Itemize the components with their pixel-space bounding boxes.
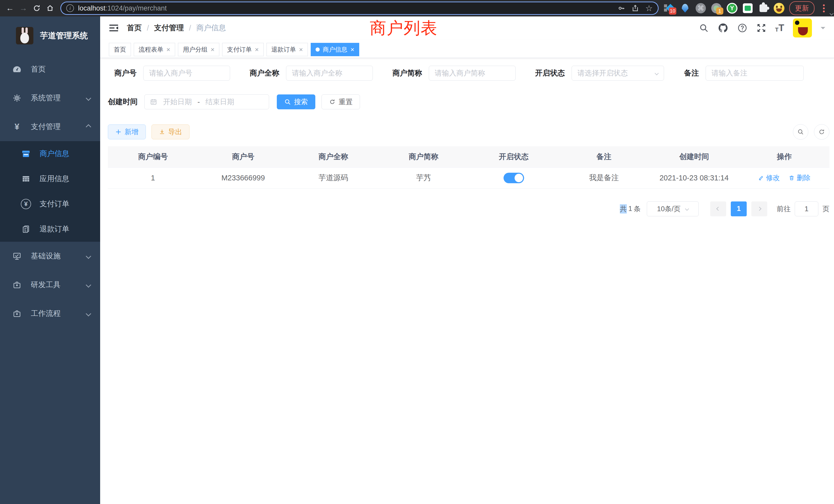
- pin-icon: [682, 4, 688, 13]
- total-prefix: 共: [620, 204, 627, 213]
- page-header: 首页 / 支付管理 / 商户信息 商户列表 TT: [100, 17, 834, 40]
- extension-puzzle-icon[interactable]: [758, 3, 769, 14]
- profile-chevron-icon[interactable]: [830, 11, 833, 16]
- reset-button[interactable]: 重置: [322, 94, 360, 109]
- browser-back-button[interactable]: ←: [4, 2, 16, 14]
- page-1-button[interactable]: 1: [731, 202, 747, 216]
- tab-merchant-info[interactable]: 商户信息×: [311, 43, 359, 56]
- field-label: 商户简称: [392, 68, 422, 78]
- breadcrumb-home[interactable]: 首页: [127, 23, 142, 33]
- cell-merchant-no: M233666999: [198, 167, 288, 188]
- sidebar-item-app-info[interactable]: 应用信息: [0, 166, 100, 191]
- close-icon[interactable]: ×: [299, 46, 303, 53]
- fullscreen-icon[interactable]: [756, 23, 766, 33]
- cell-full-name: 芋道源码: [288, 167, 378, 188]
- edit-link[interactable]: 修改: [758, 173, 780, 182]
- close-icon[interactable]: ×: [255, 46, 259, 53]
- tab-home[interactable]: 首页: [109, 43, 131, 56]
- tab-user-group[interactable]: 用户分组×: [178, 43, 219, 56]
- browser-update-button[interactable]: 更新: [789, 1, 814, 15]
- chevron-down-icon: [86, 253, 91, 259]
- search-button[interactable]: 搜索: [277, 94, 315, 109]
- user-avatar[interactable]: [793, 19, 812, 38]
- short-name-input[interactable]: [429, 66, 515, 81]
- export-button[interactable]: 导出: [152, 124, 190, 139]
- remark-input[interactable]: [706, 66, 804, 81]
- add-button[interactable]: 新增: [108, 124, 146, 139]
- tab-pay-order[interactable]: 支付订单×: [222, 43, 263, 56]
- merchant-no-input[interactable]: [143, 66, 230, 81]
- tab-process-form[interactable]: 流程表单×: [134, 43, 175, 56]
- reload-icon: [33, 4, 41, 12]
- password-key-icon[interactable]: [617, 4, 625, 12]
- field-label: 商户全称: [249, 68, 279, 78]
- goto-page-input[interactable]: [795, 202, 818, 216]
- sidebar-item-home[interactable]: 首页: [0, 55, 100, 84]
- field-label: 商户号: [108, 68, 137, 78]
- tab-refund-order[interactable]: 退款订单×: [266, 43, 308, 56]
- extension-emoji-icon[interactable]: [774, 3, 785, 14]
- end-date-placeholder: 结束日期: [205, 97, 234, 107]
- sidebar-logo[interactable]: 芋道管理系统: [0, 17, 100, 55]
- command-icon: ⌘: [696, 3, 706, 13]
- site-info-icon[interactable]: i: [66, 4, 74, 12]
- yen-icon: ¥: [11, 122, 23, 132]
- close-icon[interactable]: ×: [351, 46, 354, 53]
- browser-forward-button[interactable]: →: [18, 2, 29, 14]
- close-icon[interactable]: ×: [211, 46, 214, 53]
- filter-full-name: 商户全称: [249, 66, 373, 81]
- help-icon[interactable]: [737, 23, 747, 33]
- filter-status: 开启状态 请选择开启状态: [535, 66, 664, 81]
- font-size-icon[interactable]: TT: [775, 23, 784, 32]
- browser-reload-button[interactable]: [31, 2, 43, 14]
- full-name-input[interactable]: [286, 66, 373, 81]
- sidebar-item-workflow[interactable]: 工作流程: [0, 299, 100, 328]
- page-size-select[interactable]: 10条/页: [647, 202, 699, 216]
- bookmark-star-icon[interactable]: ☆: [645, 4, 653, 12]
- next-page-button[interactable]: [751, 202, 767, 216]
- sidebar-item-merchant-info[interactable]: 商户信息: [0, 141, 100, 166]
- field-label: 备注: [683, 68, 699, 78]
- extension-diamond-icon[interactable]: 10: [664, 3, 675, 14]
- merchant-table: 商户编号 商户号 商户全称 商户简称 开启状态 备注 创建时间 操作 1 M23…: [108, 146, 829, 189]
- avatar-caret-icon[interactable]: [821, 27, 825, 31]
- app-title: 芋道管理系统: [40, 30, 88, 41]
- extension-chat-icon[interactable]: [742, 3, 753, 14]
- hide-search-button[interactable]: [793, 124, 808, 140]
- page-size-value: 10条/页: [657, 204, 681, 213]
- emoji-face-icon: [774, 3, 785, 14]
- close-icon[interactable]: ×: [167, 46, 170, 53]
- date-range-picker[interactable]: 开始日期 - 结束日期: [144, 94, 269, 109]
- col-full-name: 商户全称: [288, 146, 378, 167]
- download-icon: [159, 129, 165, 135]
- sidebar-item-infrastructure[interactable]: 基础设施: [0, 242, 100, 271]
- url-bar[interactable]: i localhost:1024/pay/merchant ☆: [61, 2, 658, 14]
- sidebar-item-payment[interactable]: ¥ 支付管理: [0, 112, 100, 141]
- sidebar-fold-button[interactable]: [109, 23, 119, 33]
- share-icon[interactable]: [631, 4, 639, 12]
- delete-link[interactable]: 删除: [789, 173, 810, 182]
- breadcrumb-payment[interactable]: 支付管理: [154, 23, 184, 33]
- extension-command-icon[interactable]: ⌘: [695, 3, 706, 14]
- cell-create-time: 2021-10-23 08:31:14: [649, 167, 739, 188]
- prev-page-button[interactable]: [710, 202, 726, 216]
- extension-circle-icon[interactable]: 1: [711, 3, 722, 14]
- cell-short-name: 芋艿: [378, 167, 468, 188]
- browser-menu-button[interactable]: [823, 4, 825, 12]
- sidebar-item-label: 应用信息: [40, 174, 69, 184]
- extension-y-icon[interactable]: Y: [727, 3, 738, 14]
- browser-home-button[interactable]: [44, 2, 56, 14]
- github-icon[interactable]: [718, 23, 728, 33]
- search-icon[interactable]: [699, 23, 709, 33]
- chevron-down-icon: [685, 207, 689, 211]
- refresh-table-button[interactable]: [814, 124, 829, 140]
- status-toggle[interactable]: [504, 173, 524, 183]
- sidebar-item-refund-order[interactable]: 退款订单: [0, 216, 100, 242]
- status-select[interactable]: 请选择开启状态: [572, 66, 664, 81]
- chevron-down-icon: [655, 71, 659, 75]
- extension-pin-icon[interactable]: [680, 3, 690, 14]
- sidebar-item-dev-tools[interactable]: 研发工具: [0, 271, 100, 299]
- total-count: 1: [628, 205, 632, 213]
- sidebar-item-pay-order[interactable]: ¥ 支付订单: [0, 191, 100, 216]
- sidebar-item-system[interactable]: 系统管理: [0, 84, 100, 112]
